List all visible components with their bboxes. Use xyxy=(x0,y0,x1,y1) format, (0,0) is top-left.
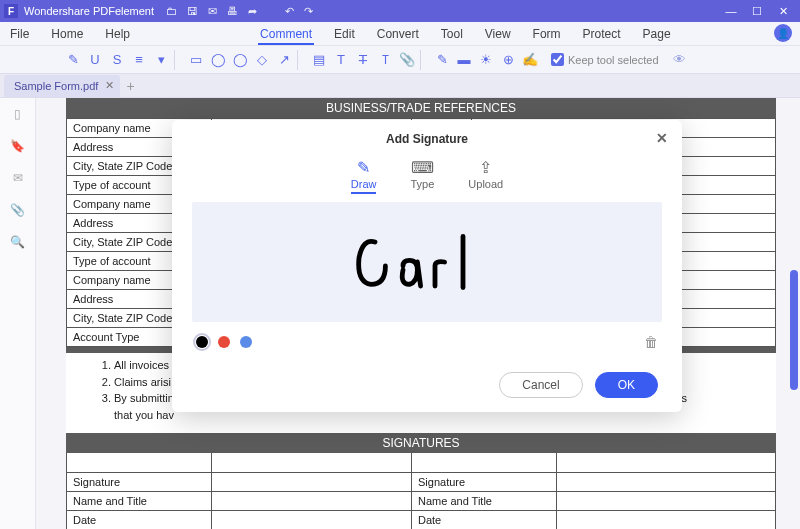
color-black[interactable] xyxy=(196,336,208,348)
keep-tool-label: Keep tool selected xyxy=(568,54,659,66)
stamp-icon[interactable]: ☀ xyxy=(479,53,493,67)
dialog-title: Add Signature xyxy=(386,132,468,146)
table-row: SignatureSignature xyxy=(67,472,776,491)
bookmarks-icon[interactable]: 🔖 xyxy=(10,138,26,154)
menu-form[interactable]: Form xyxy=(531,23,563,45)
signature-canvas[interactable] xyxy=(192,202,662,322)
qa-redo-icon[interactable]: ↷ xyxy=(304,5,313,18)
visibility-icon[interactable]: 👁 xyxy=(673,53,687,67)
add-stamp-icon[interactable]: ⊕ xyxy=(501,53,515,67)
rectangle-icon[interactable]: ▭ xyxy=(189,53,203,67)
underline-icon[interactable]: U xyxy=(88,53,102,67)
table-row: DateDate xyxy=(67,510,776,529)
section-header-references: BUSINESS/TRADE REFERENCES xyxy=(66,98,776,118)
menu-file[interactable]: File xyxy=(8,23,31,45)
window-close[interactable]: ✕ xyxy=(770,5,796,18)
draw-icon: ✎ xyxy=(357,158,370,176)
window-minimize[interactable]: — xyxy=(718,5,744,17)
vertical-scrollbar[interactable] xyxy=(790,100,798,500)
document-tab[interactable]: Sample Form.pdf ✕ xyxy=(4,75,120,97)
signature-icon[interactable]: ✍ xyxy=(523,53,537,67)
qa-save-icon[interactable]: 🖫 xyxy=(187,5,198,18)
type-icon: ⌨ xyxy=(411,158,434,176)
typewriter-icon[interactable]: Ｔ xyxy=(378,53,392,67)
qa-open-icon[interactable]: 🗀 xyxy=(166,5,177,18)
tab-upload-label: Upload xyxy=(468,178,503,190)
upload-icon: ⇪ xyxy=(479,158,492,176)
title-bar: F Wondershare PDFelement 🗀 🖫 ✉ 🖶 ➦ ↶ ↷ —… xyxy=(0,0,800,22)
tab-close-icon[interactable]: ✕ xyxy=(105,79,114,92)
scrollbar-thumb[interactable] xyxy=(790,270,798,390)
menu-tool[interactable]: Tool xyxy=(439,23,465,45)
thumbnails-icon[interactable]: ▯ xyxy=(10,106,26,122)
add-tab-button[interactable]: + xyxy=(126,78,134,94)
color-picker-row: 🗑 xyxy=(172,322,682,354)
add-signature-dialog: Add Signature ✕ ✎ Draw ⌨ Type ⇪ Upload 🗑… xyxy=(172,120,682,412)
color-red[interactable] xyxy=(218,336,230,348)
menu-view[interactable]: View xyxy=(483,23,513,45)
keep-tool-checkbox[interactable]: Keep tool selected xyxy=(551,53,659,66)
app-title: Wondershare PDFelement xyxy=(24,5,154,17)
document-tabstrip: Sample Form.pdf ✕ + xyxy=(0,74,800,98)
ok-button[interactable]: OK xyxy=(595,372,658,398)
menu-help[interactable]: Help xyxy=(103,23,132,45)
oval-icon[interactable]: ◯ xyxy=(211,53,225,67)
user-avatar-icon[interactable]: 👤 xyxy=(774,24,792,42)
menu-page[interactable]: Page xyxy=(641,23,673,45)
signature-method-tabs: ✎ Draw ⌨ Type ⇪ Upload xyxy=(172,152,682,202)
section-header-signatures: SIGNATURES xyxy=(66,433,776,453)
attachments-panel-icon[interactable]: 📎 xyxy=(10,202,26,218)
menu-convert[interactable]: Convert xyxy=(375,23,421,45)
attachment-icon[interactable]: 📎 xyxy=(400,53,414,67)
comment-toolbar: ✎ U S ≡ ▾ ▭ ◯ ◯ ◇ ↗ ▤ T T̶ Ｔ 📎 ✎ ▬ ☀ ⊕ ✍… xyxy=(0,46,800,74)
textbox-icon[interactable]: T xyxy=(334,53,348,67)
comments-panel-icon[interactable]: ✉ xyxy=(10,170,26,186)
document-tab-label: Sample Form.pdf xyxy=(14,80,98,92)
qa-share-icon[interactable]: ➦ xyxy=(248,5,257,18)
cancel-button[interactable]: Cancel xyxy=(499,372,582,398)
window-maximize[interactable]: ☐ xyxy=(744,5,770,18)
tab-draw-label: Draw xyxy=(351,178,377,190)
color-blue[interactable] xyxy=(240,336,252,348)
pencil-icon[interactable]: ✎ xyxy=(435,53,449,67)
arrow-icon[interactable]: ↗ xyxy=(277,53,291,67)
strikethrough-icon[interactable]: S xyxy=(110,53,124,67)
menu-protect[interactable]: Protect xyxy=(581,23,623,45)
left-panel: ▯ 🔖 ✉ 📎 🔍 xyxy=(0,98,36,529)
drawn-signature xyxy=(347,217,507,307)
tab-upload[interactable]: ⇪ Upload xyxy=(468,158,503,194)
clear-signature-icon[interactable]: 🗑 xyxy=(644,334,658,350)
app-logo-icon: F xyxy=(4,4,18,18)
keep-tool-input[interactable] xyxy=(551,53,564,66)
note-icon[interactable]: ▤ xyxy=(312,53,326,67)
signatures-table: SignatureSignature Name and TitleName an… xyxy=(66,453,776,529)
menu-home[interactable]: Home xyxy=(49,23,85,45)
search-panel-icon[interactable]: 🔍 xyxy=(10,234,26,250)
qa-print-icon[interactable]: 🖶 xyxy=(227,5,238,18)
qa-mail-icon[interactable]: ✉ xyxy=(208,5,217,18)
dialog-actions: Cancel OK xyxy=(172,354,682,398)
polygon-icon[interactable]: ◇ xyxy=(255,53,269,67)
highlight-icon[interactable]: ✎ xyxy=(66,53,80,67)
tab-type-label: Type xyxy=(410,178,434,190)
more-icon[interactable]: ▾ xyxy=(154,53,168,67)
tab-type[interactable]: ⌨ Type xyxy=(410,158,434,194)
menu-comment[interactable]: Comment xyxy=(258,23,314,45)
quick-access: 🗀 🖫 ✉ 🖶 ➦ ↶ ↷ xyxy=(166,5,313,18)
callout-icon[interactable]: T̶ xyxy=(356,53,370,67)
dialog-header: Add Signature ✕ xyxy=(172,120,682,152)
dialog-close-icon[interactable]: ✕ xyxy=(656,130,668,146)
menu-edit[interactable]: Edit xyxy=(332,23,357,45)
eraser-icon[interactable]: ▬ xyxy=(457,53,471,67)
squiggly-icon[interactable]: ≡ xyxy=(132,53,146,67)
circle-icon[interactable]: ◯ xyxy=(233,53,247,67)
table-row: Name and TitleName and Title xyxy=(67,491,776,510)
tab-draw[interactable]: ✎ Draw xyxy=(351,158,377,194)
qa-undo-icon[interactable]: ↶ xyxy=(285,5,294,18)
menu-bar: File Home Help Comment Edit Convert Tool… xyxy=(0,22,800,46)
